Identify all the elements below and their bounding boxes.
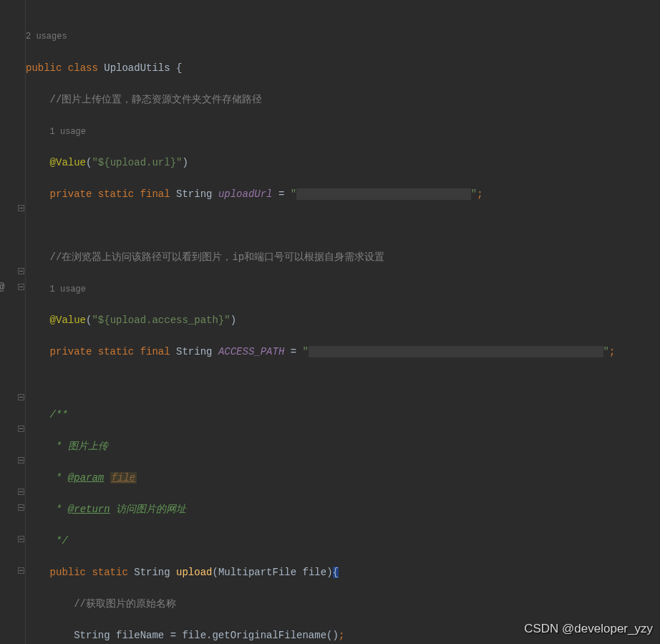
brace: { <box>333 567 339 578</box>
modifiers: private static final <box>50 188 170 200</box>
comment: //获取图片的原始名称 <box>74 598 176 610</box>
return-type: String <box>134 567 170 578</box>
param-name: file <box>303 567 327 578</box>
fold-icon[interactable] <box>18 489 24 495</box>
method-name: upload <box>176 567 212 578</box>
javadoc-return-tag: @return <box>68 504 110 515</box>
string: "${upload.url}" <box>92 157 182 168</box>
gutter-change-icon: @ <box>0 279 4 295</box>
modifiers: private static final <box>50 346 170 357</box>
annotation: @Value <box>50 157 86 168</box>
fold-icon[interactable] <box>18 457 24 463</box>
usage-hint[interactable]: 2 usages <box>26 29 615 44</box>
comment: //在浏览器上访问该路径可以看到图片，ip和端口号可以根据自身需求设置 <box>50 251 385 263</box>
fold-icon[interactable] <box>18 284 24 290</box>
javadoc-param-name: file <box>110 472 137 484</box>
modifiers: public static <box>50 567 128 578</box>
javadoc-param-tag: @param <box>68 472 104 484</box>
type: String <box>176 188 212 200</box>
fold-icon[interactable] <box>18 567 24 574</box>
string: "${upload.access_path}" <box>92 314 230 326</box>
kw-class: class <box>68 62 98 74</box>
redacted-text <box>309 346 603 357</box>
editor-gutter: @ <box>0 0 26 644</box>
fold-icon[interactable] <box>18 536 24 542</box>
comment: //图片上传位置，静态资源文件夹文件存储路径 <box>50 94 263 105</box>
class-name: UploadUtils <box>104 62 170 74</box>
usage-hint[interactable]: 1 usage <box>50 127 86 137</box>
fold-icon[interactable] <box>18 426 24 432</box>
code: String fileName = file.getOriginalFilena… <box>74 630 339 641</box>
code-editor[interactable]: 2 usages public class UploadUtils { //图片… <box>26 0 615 644</box>
watermark: CSDN @developer_yzy <box>524 621 653 637</box>
usage-hint[interactable]: 1 usage <box>50 284 86 294</box>
redacted-text <box>296 188 471 200</box>
javadoc: /** <box>50 409 68 420</box>
fold-icon[interactable] <box>18 268 24 274</box>
fold-icon[interactable] <box>18 394 24 400</box>
javadoc-return-text: 访问图片的网址 <box>116 504 186 515</box>
javadoc-text: 图片上传 <box>68 441 108 452</box>
kw-public: public <box>26 62 62 74</box>
param-type: MultipartFile <box>218 567 296 578</box>
fold-icon[interactable] <box>18 504 24 511</box>
fold-icon[interactable] <box>18 205 24 211</box>
annotation: @Value <box>50 314 86 326</box>
field: ACCESS_PATH <box>218 346 284 357</box>
brace: { <box>176 62 182 74</box>
type: String <box>176 346 212 357</box>
field: uploadUrl <box>218 188 273 200</box>
